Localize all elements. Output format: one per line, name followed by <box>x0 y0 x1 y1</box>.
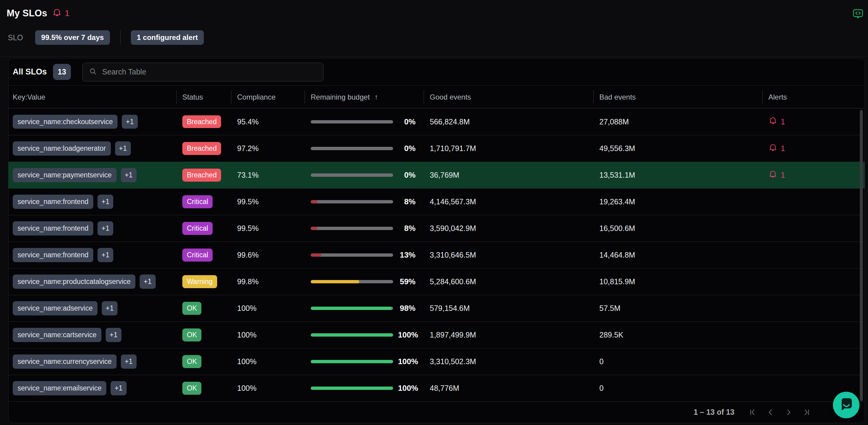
service-tag-chip[interactable]: service_name:cartservice <box>13 328 101 342</box>
more-tags-chip[interactable]: +1 <box>121 168 136 182</box>
header-alert-count: 1 <box>65 8 70 18</box>
service-tag-chip[interactable]: service_name:checkoutservice <box>13 115 118 129</box>
search-box[interactable] <box>82 63 323 81</box>
table-row[interactable]: service_name:cartservice +1 OK 100% 100%… <box>8 322 865 348</box>
table-header-row: Key:ValueStatusComplianceRemaining budge… <box>8 86 865 108</box>
bell-icon <box>52 8 62 19</box>
pagination-range: 1 – 13 of 13 <box>693 408 735 417</box>
table-row[interactable]: service_name:emailservice +1 OK 100% 100… <box>8 375 865 401</box>
table-row[interactable]: service_name:frontend +1 Critical 99.5% … <box>8 188 865 215</box>
good-events-value: 1,897,499.9M <box>424 331 593 339</box>
previous-page-button[interactable] <box>766 408 775 417</box>
feedback-button[interactable] <box>851 8 865 21</box>
bad-events-value: 19,263.4M <box>593 197 762 206</box>
last-page-button[interactable] <box>802 408 811 417</box>
service-tag-chip[interactable]: service_name:emailservice <box>13 381 106 395</box>
search-input[interactable] <box>102 67 317 76</box>
more-tags-chip[interactable]: +1 <box>140 274 155 289</box>
search-icon <box>89 67 97 77</box>
column-header-good-events[interactable]: Good events <box>424 86 593 108</box>
service-tag-chip[interactable]: service_name:frontend <box>13 195 93 208</box>
row-alert-indicator[interactable]: 1 <box>768 170 785 181</box>
bad-events-value: 14,464.8M <box>593 251 762 259</box>
good-events-value: 1,710,791.7M <box>424 144 593 153</box>
table-row[interactable]: service_name:frontend +1 Critical 99.6% … <box>8 241 865 268</box>
table-row[interactable]: service_name:loadgenerator +1 Breached 9… <box>8 135 865 162</box>
column-header-bad-events[interactable]: Bad events <box>593 86 762 108</box>
remaining-budget-bar <box>311 227 393 230</box>
slo-window-badge[interactable]: 99.5% over 7 days <box>35 30 110 45</box>
remaining-budget-percent: 59% <box>398 277 415 286</box>
column-header-label: Key:Value <box>13 93 45 101</box>
column-header-key-value[interactable]: Key:Value <box>12 86 176 108</box>
table-row[interactable]: service_name:checkoutservice +1 Breached… <box>8 108 865 135</box>
more-tags-chip[interactable]: +1 <box>106 328 121 342</box>
header-alert-indicator[interactable]: 1 <box>52 8 70 19</box>
bad-events-value: 16,500.6M <box>593 224 762 233</box>
table-row[interactable]: service_name:frontend +1 Critical 99.5% … <box>8 215 865 241</box>
compliance-value: 73.1% <box>231 171 305 179</box>
badge-divider <box>120 31 121 44</box>
service-tag-chip[interactable]: service_name:frontend <box>13 221 93 235</box>
compliance-value: 100% <box>231 331 305 339</box>
service-tag-chip[interactable]: service_name:productcatalogservice <box>13 274 135 289</box>
more-tags-chip[interactable]: +1 <box>97 248 113 262</box>
more-tags-chip[interactable]: +1 <box>122 115 137 129</box>
service-tag-chip[interactable]: service_name:adservice <box>13 301 97 315</box>
service-tag-chip[interactable]: service_name:loadgenerator <box>13 141 111 155</box>
row-alert-indicator[interactable]: 1 <box>768 143 785 154</box>
remaining-budget-percent: 100% <box>398 384 415 393</box>
remaining-budget-bar <box>311 173 393 177</box>
bad-events-value: 289.5K <box>593 331 762 339</box>
compliance-value: 100% <box>231 304 305 313</box>
more-tags-chip[interactable]: +1 <box>102 301 118 315</box>
remaining-budget-bar <box>311 147 393 150</box>
column-header-compliance[interactable]: Compliance <box>231 86 305 108</box>
remaining-budget-percent: 8% <box>398 224 415 233</box>
more-tags-chip[interactable]: +1 <box>121 355 136 368</box>
table-row[interactable]: service_name:productcatalogservice +1 Wa… <box>8 268 865 295</box>
column-header-remaining-budget[interactable]: Remaining budget↑ <box>305 86 424 108</box>
column-header-label: Good events <box>430 93 471 101</box>
table-row[interactable]: service_name:adservice +1 OK 100% 98% 57… <box>8 295 865 322</box>
status-badge: OK <box>182 382 202 394</box>
good-events-value: 3,310,502.3M <box>424 357 593 366</box>
compliance-value: 100% <box>231 384 305 393</box>
compliance-value: 97.2% <box>231 144 305 153</box>
first-page-button[interactable] <box>748 408 757 417</box>
service-tag-chip[interactable]: service_name:paymentservice <box>13 168 117 182</box>
remaining-budget-bar-fill <box>311 200 317 203</box>
row-alert-indicator[interactable]: 1 <box>768 116 785 127</box>
next-page-button[interactable] <box>784 408 793 417</box>
compliance-value: 99.8% <box>231 277 305 286</box>
table-row[interactable]: service_name:currencyservice +1 OK 100% … <box>8 348 865 375</box>
status-badge: OK <box>182 328 202 341</box>
column-header-label: Remaining budget <box>311 93 370 101</box>
good-events-value: 5,284,600.6M <box>424 277 593 286</box>
more-tags-chip[interactable]: +1 <box>97 221 113 235</box>
bell-icon <box>768 143 777 154</box>
more-tags-chip[interactable]: +1 <box>97 195 113 208</box>
remaining-budget-percent: 100% <box>398 357 415 366</box>
service-tag-chip[interactable]: service_name:frontend <box>13 248 93 262</box>
remaining-budget-bar <box>311 280 393 283</box>
remaining-budget-percent: 0% <box>398 117 415 127</box>
remaining-budget-bar <box>311 360 393 363</box>
column-header-alerts[interactable]: Alerts <box>762 86 856 108</box>
remaining-budget-percent: 98% <box>398 304 415 313</box>
more-tags-chip[interactable]: +1 <box>111 381 126 395</box>
status-badge: Critical <box>182 195 213 208</box>
service-tag-chip[interactable]: service_name:currencyservice <box>13 355 117 368</box>
table-scrollbar[interactable] <box>860 110 863 401</box>
column-header-status[interactable]: Status <box>176 86 231 108</box>
more-tags-chip[interactable]: +1 <box>115 141 131 155</box>
configured-alert-badge[interactable]: 1 configured alert <box>131 30 204 45</box>
remaining-budget-bar-fill <box>311 227 317 230</box>
good-events-value: 579,154.6M <box>424 304 593 313</box>
bell-icon <box>768 170 777 181</box>
remaining-budget-percent: 0% <box>398 144 415 153</box>
chat-fab-button[interactable] <box>833 392 860 418</box>
bad-events-value: 0 <box>593 357 762 366</box>
table-row[interactable]: service_name:paymentservice +1 Breached … <box>8 162 865 188</box>
status-badge: Breached <box>182 142 221 155</box>
